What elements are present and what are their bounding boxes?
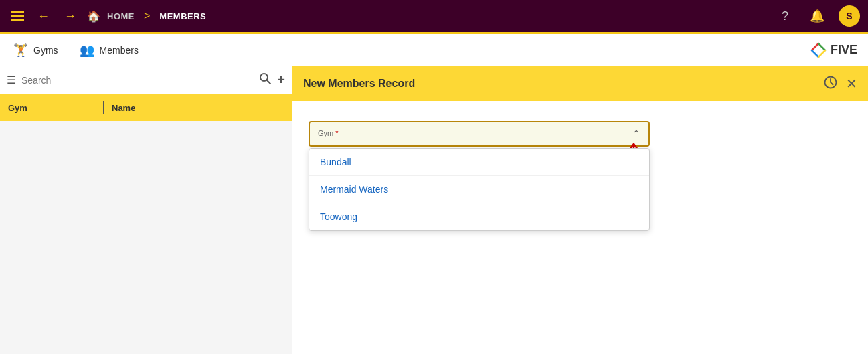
forward-button[interactable]: → (60, 7, 80, 26)
add-button[interactable]: + (277, 72, 285, 88)
back-button[interactable]: ← (33, 7, 54, 26)
gym-dropdown-list: Bundall Mermaid Waters Toowong (309, 148, 650, 231)
five-logo-text: FIVE (831, 43, 857, 57)
tab-gyms-label: Gyms (33, 45, 58, 56)
dropdown-item-toowong[interactable]: Toowong (309, 203, 649, 230)
record-body: Gym * ⌃ Bundall Mermaid Waters Toowong (292, 101, 868, 354)
record-header-actions: ✕ (823, 75, 857, 93)
search-icon (258, 72, 272, 85)
gyms-icon: 🏋 (13, 43, 28, 58)
search-button[interactable] (258, 72, 272, 88)
svg-line-3 (818, 50, 825, 57)
tab-members[interactable]: 👥 Members (77, 37, 141, 63)
home-icon: 🏠 (87, 10, 100, 23)
filter-icon[interactable]: ☰ (7, 74, 16, 86)
five-logo: FIVE (809, 41, 857, 60)
avatar[interactable]: S (839, 5, 860, 27)
nav-left: ← → 🏠 HOME > MEMBERS (8, 7, 206, 26)
members-icon: 👥 (80, 43, 94, 58)
right-panel: New Members Record ✕ Gym * ⌃ (292, 66, 868, 354)
breadcrumb-separator: > (144, 10, 150, 22)
gym-dropdown-field: Gym * ⌃ Bundall Mermaid Waters Toowong (309, 121, 650, 147)
dropdown-item-mermaid-waters[interactable]: Mermaid Waters (309, 176, 649, 203)
tab-members-label: Members (100, 45, 139, 56)
svg-line-0 (812, 43, 818, 50)
five-logo-svg (809, 41, 828, 60)
col-gym-header: Gym (8, 103, 95, 113)
tab-gyms[interactable]: 🏋 Gyms (11, 37, 61, 63)
dropdown-item-bundall[interactable]: Bundall (309, 149, 649, 176)
search-bar: ☰ + (0, 66, 292, 94)
history-button[interactable] (823, 75, 838, 93)
notifications-button[interactable]: 🔔 (806, 5, 828, 27)
history-icon (823, 75, 838, 90)
svg-line-2 (812, 50, 818, 57)
hamburger-menu[interactable] (8, 9, 27, 23)
main-content: ☰ + Gym Name New Members Record (0, 66, 868, 354)
chevron-up-icon: ⌃ (632, 128, 640, 139)
close-button[interactable]: ✕ (846, 76, 857, 92)
current-page-breadcrumb: MEMBERS (159, 11, 206, 21)
column-divider (103, 101, 104, 114)
col-name-header: Name (112, 103, 284, 113)
required-indicator: * (333, 129, 338, 137)
record-header: New Members Record ✕ (292, 66, 868, 101)
nav-right: ? 🔔 S (774, 5, 860, 27)
svg-line-1 (818, 43, 825, 50)
search-input[interactable] (21, 75, 253, 86)
svg-line-5 (267, 80, 271, 84)
top-navigation: ← → 🏠 HOME > MEMBERS ? 🔔 S (0, 0, 868, 32)
left-panel: ☰ + Gym Name (0, 66, 292, 354)
nav-tabs: 🏋 Gyms 👥 Members (11, 37, 141, 63)
gym-field-label: Gym * (318, 129, 622, 137)
home-breadcrumb[interactable]: HOME (107, 11, 135, 21)
table-body (0, 121, 292, 354)
record-title: New Members Record (303, 78, 415, 90)
help-button[interactable]: ? (774, 5, 796, 27)
secondary-navigation: 🏋 Gyms 👥 Members FIVE (0, 34, 868, 66)
table-header: Gym Name (0, 94, 292, 121)
gym-dropdown[interactable]: Gym * ⌃ (309, 121, 650, 147)
